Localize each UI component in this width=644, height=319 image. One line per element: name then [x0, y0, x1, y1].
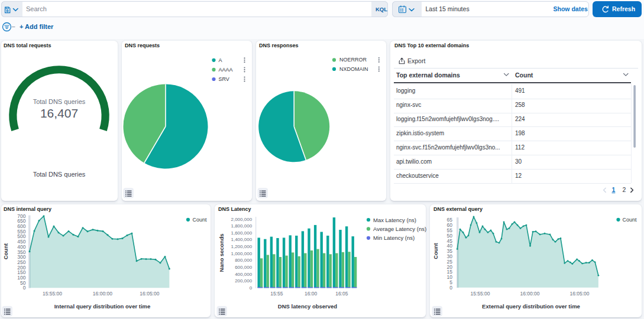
- svg-text:1,200,000: 1,200,000: [231, 244, 253, 249]
- svg-text:0: 0: [23, 285, 26, 291]
- svg-text:NOERROR: NOERROR: [339, 57, 367, 63]
- svg-text:Nano seconds: Nano seconds: [218, 234, 225, 272]
- svg-text:600,000: 600,000: [235, 265, 252, 270]
- svg-text:16:00:00: 16:00:00: [93, 291, 112, 297]
- svg-text:Count: Count: [193, 217, 208, 223]
- svg-text:0: 0: [250, 285, 253, 291]
- svg-text:Max Latency (ns): Max Latency (ns): [373, 217, 416, 223]
- svg-text:200,000: 200,000: [235, 278, 252, 284]
- svg-text:800,000: 800,000: [235, 258, 252, 263]
- svg-text:DNS latency observed: DNS latency observed: [278, 303, 338, 310]
- svg-text:Internal query distribution ov: Internal query distribution over time: [54, 303, 151, 310]
- svg-text:2,000,000: 2,000,000: [231, 217, 253, 222]
- svg-text:16:00:00: 16:00:00: [520, 291, 539, 297]
- svg-text:Average Latency (ns): Average Latency (ns): [373, 226, 426, 232]
- svg-text:1,000,000: 1,000,000: [231, 251, 253, 256]
- svg-text:1,800,000: 1,800,000: [231, 223, 253, 229]
- svg-text:0: 0: [449, 285, 452, 291]
- svg-text:SRV: SRV: [219, 76, 229, 82]
- svg-text:15:55:00: 15:55:00: [43, 291, 62, 297]
- svg-text:Count: Count: [623, 217, 637, 223]
- svg-text:16:05: 16:05: [335, 291, 348, 297]
- svg-text:16:05:00: 16:05:00: [140, 291, 159, 297]
- svg-text:AAAA: AAAA: [219, 67, 233, 73]
- svg-text:Count: Count: [3, 243, 9, 259]
- svg-text:400,000: 400,000: [235, 272, 252, 277]
- svg-text:15:55: 15:55: [270, 291, 283, 297]
- svg-text:1,600,000: 1,600,000: [231, 230, 253, 236]
- svg-text:1,400,000: 1,400,000: [231, 237, 253, 242]
- svg-text:NXDOMAIN: NXDOMAIN: [339, 66, 368, 72]
- svg-text:16:05:00: 16:05:00: [569, 291, 589, 297]
- svg-text:A: A: [219, 57, 222, 63]
- svg-text:Count: Count: [432, 242, 439, 259]
- svg-text:15:55:00: 15:55:00: [470, 291, 490, 297]
- svg-text:16:00: 16:00: [305, 291, 318, 297]
- svg-text:Min Latency (ns): Min Latency (ns): [373, 235, 415, 241]
- svg-text:External query distribution ov: External query distribution over time: [482, 303, 580, 310]
